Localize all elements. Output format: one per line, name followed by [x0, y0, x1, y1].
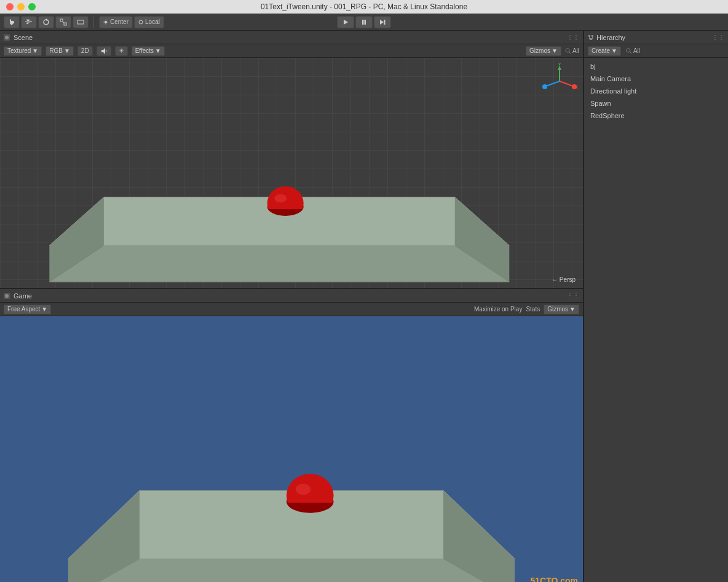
hierarchy-item-directional-light[interactable]: Directional light — [584, 85, 728, 97]
step-icon — [379, 19, 386, 25]
pivot-group: Center Local — [99, 16, 164, 28]
game-expand[interactable]: ⋮⋮ — [567, 292, 579, 299]
scale-tool[interactable] — [55, 16, 71, 28]
right-panel: Hierarchy ⋮⋮ Create ▼ All bj Main Camera… — [583, 31, 728, 582]
svg-point-52 — [627, 49, 630, 52]
game-viewport[interactable]: 51CTO.com 技术博客 Blog — [0, 316, 583, 582]
svg-line-33 — [546, 81, 560, 86]
hand-tool[interactable] — [4, 16, 20, 28]
play-button[interactable] — [337, 16, 354, 28]
svg-marker-16 — [101, 48, 105, 54]
hierarchy-item-spawn[interactable]: Spawn — [584, 97, 728, 110]
scene-tab-icon — [4, 34, 10, 41]
hierarchy-item-bj[interactable]: bj — [584, 60, 728, 73]
rgb-dropdown[interactable]: RGB ▼ — [46, 46, 74, 56]
game-tab-label[interactable]: Game — [14, 292, 32, 300]
effects-dropdown[interactable]: Effects ▼ — [132, 46, 165, 56]
hierarchy-list: bj Main Camera Directional light Spawn R… — [584, 58, 728, 124]
audio-button[interactable] — [97, 46, 111, 56]
move-icon — [25, 18, 33, 26]
svg-rect-46 — [592, 35, 593, 37]
gizmo-widget[interactable]: y x — [541, 63, 578, 100]
game-toolbar: Free Aspect ▼ Maximize on Play Stats Giz… — [0, 303, 583, 316]
svg-point-44 — [296, 484, 311, 495]
main-toolbar: Center Local — [0, 14, 728, 31]
svg-line-53 — [630, 52, 631, 54]
hierarchy-expand[interactable]: ⋮⋮ — [712, 34, 724, 41]
tools-group — [4, 16, 89, 28]
svg-point-8 — [139, 20, 143, 24]
separator-1 — [93, 17, 94, 28]
svg-point-36 — [5, 294, 9, 298]
local-label: Local — [145, 18, 160, 25]
audio-icon — [100, 47, 108, 55]
scene-header: Scene ⋮⋮ — [0, 31, 583, 44]
svg-line-18 — [569, 52, 571, 54]
stats-label[interactable]: Stats — [526, 306, 540, 313]
svg-rect-13 — [384, 20, 386, 25]
rect-tool[interactable] — [73, 16, 89, 28]
center-icon — [103, 20, 108, 25]
watermark-line1: 51CTO.com — [530, 575, 578, 582]
maximize-label[interactable]: Maximize on Play — [474, 306, 522, 313]
scene-expand[interactable]: ⋮⋮ — [567, 34, 579, 41]
svg-rect-45 — [588, 35, 590, 37]
svg-point-26 — [274, 194, 287, 202]
scene-tab-label[interactable]: Scene — [14, 34, 33, 41]
watermark: 51CTO.com 技术博客 Blog — [530, 575, 578, 582]
maximize-button[interactable] — [28, 3, 36, 10]
move-tool[interactable] — [21, 16, 37, 28]
game-header: Game ⋮⋮ — [0, 289, 583, 303]
play-icon — [342, 19, 349, 25]
hierarchy-toolbar: Create ▼ All — [584, 44, 728, 58]
hierarchy-item-redsphere[interactable]: RedSphere — [584, 110, 728, 122]
gizmos-dropdown[interactable]: Gizmos ▼ — [526, 46, 561, 56]
minimize-button[interactable] — [17, 3, 25, 10]
close-button[interactable] — [6, 3, 14, 10]
create-dropdown[interactable]: Create ▼ — [588, 46, 621, 56]
rotate-tool[interactable] — [38, 16, 54, 28]
titlebar: 01Text_iTween.unity - 001_RPG - PC, Mac … — [0, 0, 728, 14]
hierarchy-search-icon — [626, 48, 632, 54]
hierarchy-all-label: All — [633, 47, 640, 54]
svg-point-17 — [566, 49, 569, 52]
all-label: All — [572, 47, 579, 54]
svg-line-3 — [63, 22, 64, 23]
svg-point-15 — [5, 36, 9, 39]
svg-rect-4 — [77, 20, 84, 24]
svg-marker-12 — [380, 20, 384, 25]
rect-icon — [77, 18, 84, 26]
pause-button[interactable] — [355, 16, 373, 28]
svg-rect-11 — [365, 20, 366, 25]
hierarchy-item-main-camera[interactable]: Main Camera — [584, 73, 728, 85]
window-title: 01Text_iTween.unity - 001_RPG - PC, Mac … — [261, 2, 467, 11]
hierarchy-header: Hierarchy ⋮⋮ — [584, 31, 728, 44]
local-button[interactable]: Local — [134, 16, 164, 28]
scene-toolbar: Textured ▼ RGB ▼ 2D ☀ Effects ▼ — [0, 44, 583, 58]
hand-icon — [8, 18, 15, 26]
game-gizmos-dropdown[interactable]: Gizmos ▼ — [544, 305, 579, 314]
game-tab-icon — [4, 293, 10, 299]
step-button[interactable] — [374, 16, 391, 28]
lighting-button[interactable]: ☀ — [115, 46, 128, 56]
svg-marker-28 — [558, 66, 561, 70]
hierarchy-icon — [588, 34, 594, 41]
main-layout: Scene ⋮⋮ Textured ▼ RGB ▼ 2D ☀ — [0, 31, 728, 582]
scene-3d — [0, 58, 583, 288]
svg-marker-9 — [344, 20, 348, 25]
textured-dropdown[interactable]: Textured ▼ — [4, 46, 42, 56]
twod-button[interactable]: 2D — [77, 46, 93, 56]
pause-icon — [361, 19, 367, 25]
scene-viewport[interactable]: y x ← Persp — [0, 58, 583, 288]
persp-label: ← Persp — [552, 276, 576, 283]
local-icon — [138, 20, 143, 25]
svg-line-30 — [560, 81, 573, 86]
center-label: Center — [110, 18, 129, 25]
aspect-dropdown[interactable]: Free Aspect ▼ — [4, 305, 51, 314]
svg-rect-2 — [64, 23, 66, 25]
scene-panel: Scene ⋮⋮ Textured ▼ RGB ▼ 2D ☀ — [0, 31, 583, 289]
scale-icon — [60, 18, 67, 26]
center-button[interactable]: Center — [99, 16, 133, 28]
svg-rect-1 — [60, 19, 63, 22]
hierarchy-tab-label[interactable]: Hierarchy — [596, 34, 625, 41]
